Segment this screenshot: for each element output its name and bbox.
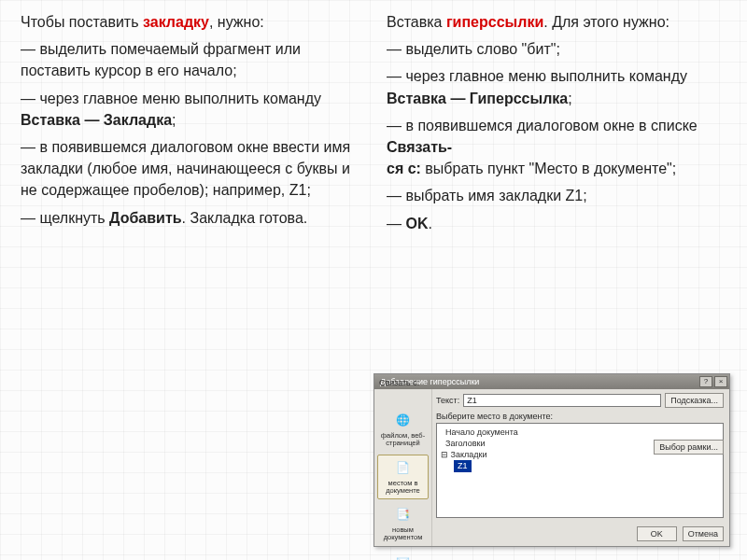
right-step-1: — выделить слово "бит"; [387,38,726,60]
text: ; [172,112,176,128]
add-word: Добавить [109,210,182,226]
place-tree[interactable]: Начало документа Заголовки ⊟ Закладки Z1 [436,423,724,518]
text: ; [568,91,571,106]
close-icon[interactable]: × [714,376,727,387]
menu-path: Вставка — Закладка [21,112,172,128]
ok-button[interactable]: OK [637,526,677,541]
left-intro: Чтобы поставить закладку, нужно: [21,11,360,33]
sidebar-item-new-doc[interactable]: 📑 новым документом [377,501,429,547]
left-step-2: — через главное меню выполнить команду В… [21,88,360,131]
right-column: Вставка гиперссылки. Для этого нужно: — … [387,11,726,240]
right-step-2: — через главное меню выполнить команду В… [387,65,726,108]
help-icon[interactable]: ? [699,376,712,387]
sidebar-item-file[interactable]: 🌐 файлом, веб- страницей [377,407,429,453]
text: — через главное меню выполнить команду [387,68,687,84]
text: — [387,216,405,231]
text: . Для этого нужно: [543,14,669,30]
tree-leaf-selected[interactable]: Z1 [454,460,472,471]
text-label: Текст: [436,396,459,405]
highlight-hyperlink: гиперссылки [446,14,543,30]
new-document-icon: 📑 [394,506,413,525]
choose-place-label: Выберите место в документе: [436,412,724,421]
text: Вставка [387,14,446,30]
text: — щелкнуть [21,210,109,226]
right-step-4: — выбрать имя закладки Z1; [387,185,726,206]
menu-path: Вставка — Гиперссылка [387,91,568,106]
sidebar-item-email[interactable]: ✉️ электронной почтой [377,549,429,561]
text: Чтобы поставить [21,14,143,30]
right-step-5: — OK. [387,213,726,234]
highlight-bookmark: закладку [143,14,209,30]
screen-tip-button[interactable]: Подсказка... [665,393,724,408]
email-icon: ✉️ [394,553,413,561]
globe-icon: 🌐 [394,412,413,430]
left-step-4: — щелкнуть Добавить. Закладка готова. [21,207,360,229]
sidebar-item-label: файлом, веб- страницей [381,432,425,448]
text: выбрать пункт "Место в документе"; [421,161,676,176]
dialog-titlebar[interactable]: Добавление гиперссылки ? × [374,374,729,389]
text: . Закладка готова. [182,210,308,226]
target-frame-button[interactable]: Выбор рамки... [654,440,724,455]
cancel-button[interactable]: Отмена [683,526,724,541]
left-step-1: — выделить помечаемый фрагмент или поста… [21,38,360,81]
document-target-icon: 📄 [394,459,413,478]
sidebar-item-label: местом в документе [386,480,420,496]
text: — в появившемся диалоговом окне в списке [387,118,698,133]
ok-word: OK [405,216,428,231]
sidebar-item-label: новым документом [384,526,423,542]
text: . [428,216,431,231]
link-with-label: Связать с: [379,378,419,387]
display-text-input[interactable]: Z1 [463,394,661,407]
text: , нужно: [209,14,264,30]
left-column: Чтобы поставить закладку, нужно: — выдел… [21,11,360,240]
sidebar-item-place-in-doc[interactable]: 📄 местом в документе [377,455,429,500]
right-intro: Вставка гиперссылки. Для этого нужно: [387,11,726,33]
text: — через главное меню выполнить команду [21,91,321,106]
hyperlink-dialog: Добавление гиперссылки ? × Связать с: 🌐 … [374,373,730,547]
left-step-3: — в появившемся диалоговом окне ввести и… [21,136,360,202]
tree-node-top[interactable]: Начало документа [441,427,719,438]
link-target-sidebar: Связать с: 🌐 файлом, веб- страницей 📄 ме… [374,389,432,546]
right-step-3: — в появившемся диалоговом окне в списке… [387,115,726,180]
